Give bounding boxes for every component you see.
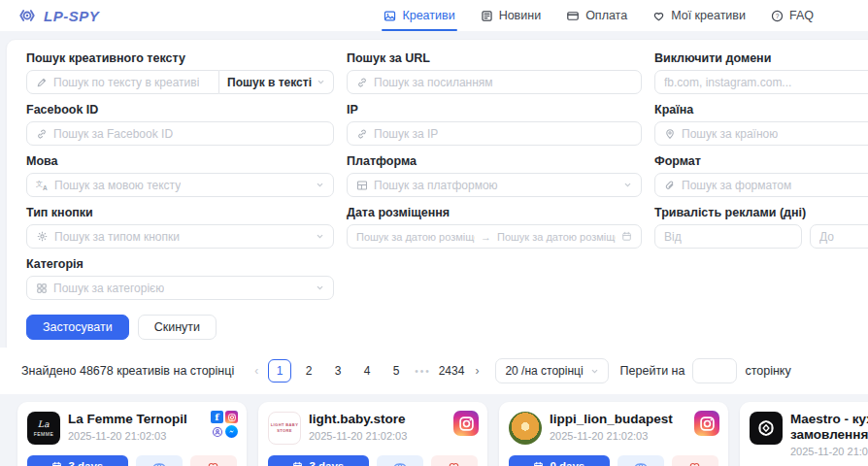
facebook-id-input[interactable]: Пошук за Facebook ID bbox=[26, 121, 334, 146]
days-label: 3 days bbox=[68, 460, 103, 466]
instagram-icon bbox=[694, 411, 719, 436]
language-select[interactable]: 文 A Пошук за мовою тексту bbox=[26, 173, 334, 197]
news-icon bbox=[481, 10, 493, 22]
page-button-4[interactable]: 4 bbox=[355, 359, 379, 383]
view-button[interactable] bbox=[136, 455, 183, 466]
filter-panel: Пошук креативного тексту Пошук по тексту… bbox=[6, 39, 868, 356]
favorite-button[interactable] bbox=[431, 455, 478, 466]
next-page-button[interactable]: › bbox=[468, 364, 485, 378]
input-placeholder: fb.com, instagram.com... bbox=[664, 76, 791, 89]
eye-logo-icon bbox=[17, 7, 37, 24]
pagination-ellipsis[interactable]: ••• bbox=[415, 366, 431, 377]
field-label: Формат bbox=[654, 154, 868, 168]
filter-facebook-id: Facebook ID Пошук за Facebook ID bbox=[26, 103, 334, 146]
question-icon: ? bbox=[771, 10, 784, 22]
network-icons bbox=[694, 411, 719, 436]
card-title[interactable]: light.baby.store bbox=[309, 412, 407, 427]
prev-page-button[interactable]: ‹ bbox=[248, 364, 265, 378]
page-button-2[interactable]: 2 bbox=[297, 359, 320, 383]
category-grid-icon bbox=[36, 283, 48, 294]
addon-label: Пошук в тексті bbox=[227, 76, 312, 89]
button-type-select[interactable]: Пошук за типом кнопки bbox=[26, 224, 334, 249]
nav-tab-news[interactable]: Новини bbox=[481, 0, 542, 31]
calendar-icon bbox=[621, 231, 632, 242]
input-placeholder: Пошук за категорією bbox=[53, 282, 164, 295]
page-button-1[interactable]: 1 bbox=[268, 359, 291, 383]
field-label: Facebook ID bbox=[26, 103, 334, 116]
avatar: LIGHT BABYSTORE bbox=[268, 412, 301, 445]
card-title[interactable]: lippi_lion_budapest bbox=[550, 412, 673, 427]
card-title[interactable]: Maestro - кухні, меблі на замовлення в У… bbox=[790, 412, 868, 443]
avatar: LaFEMME bbox=[27, 412, 60, 445]
input-placeholder: Пошук за типом кнопки bbox=[54, 230, 180, 244]
paperclip-icon bbox=[664, 180, 676, 191]
apply-button[interactable]: Застосувати bbox=[26, 315, 129, 340]
field-label: Пошук за URL bbox=[347, 51, 642, 65]
view-button[interactable] bbox=[618, 455, 664, 466]
favorite-button[interactable] bbox=[190, 455, 237, 466]
page-button-3[interactable]: 3 bbox=[326, 359, 350, 383]
creative-card[interactable]: Maestro - кухні, меблі на замовлення в У… bbox=[740, 402, 868, 466]
ip-input[interactable]: Пошук за IP bbox=[347, 121, 642, 146]
input-placeholder: Від bbox=[664, 230, 682, 244]
network-icons: f bbox=[211, 411, 238, 438]
url-input[interactable]: Пошук за посиланням bbox=[347, 70, 642, 94]
audience-network-icon bbox=[211, 425, 223, 438]
avatar bbox=[750, 412, 783, 445]
nav-label: Мої креативи bbox=[671, 9, 746, 22]
nav-label: Креативи bbox=[402, 9, 454, 22]
instagram-icon bbox=[225, 411, 238, 423]
format-input[interactable]: Пошук за форматом bbox=[654, 173, 868, 197]
field-label: Країна bbox=[654, 103, 868, 116]
page-button-last[interactable]: 2434 bbox=[438, 359, 466, 383]
platform-select[interactable]: Пошук за платформою bbox=[347, 173, 642, 197]
brand-logo[interactable]: LP-SPY bbox=[17, 7, 99, 24]
page-size-select[interactable]: 20 /на сторінці bbox=[495, 358, 608, 383]
days-label: 0 days bbox=[550, 460, 584, 466]
filter-country: Країна Пошук за країною bbox=[654, 103, 868, 146]
field-label: Виключити домени bbox=[654, 51, 868, 65]
creative-text-input[interactable]: Пошук по тексту в креативі bbox=[26, 70, 219, 94]
card-icon bbox=[566, 10, 580, 22]
creative-card[interactable]: lippi_lion_budapest 2025-11-20 21:02:03 … bbox=[499, 402, 728, 466]
nav-tab-payment[interactable]: Оплата bbox=[566, 0, 627, 31]
field-label: Категорія bbox=[26, 257, 334, 271]
card-date: 2025-11-20 21:02:03 bbox=[790, 446, 868, 457]
view-button[interactable] bbox=[377, 455, 423, 466]
chevron-down-icon bbox=[316, 181, 324, 189]
days-active-button[interactable]: 3 days bbox=[268, 455, 369, 466]
creative-card[interactable]: LaFEMME La Femme Ternopil 2025-11-20 21:… bbox=[17, 402, 247, 466]
goto-page-input[interactable] bbox=[692, 358, 737, 383]
main-nav: Креативи Новини Оплата bbox=[384, 0, 868, 31]
filter-creative-text: Пошук креативного тексту Пошук по тексту… bbox=[26, 51, 334, 94]
input-placeholder: Пошук за мовою тексту bbox=[54, 179, 181, 192]
filter-format: Формат Пошук за форматом bbox=[654, 154, 868, 197]
duration-to-input[interactable]: До bbox=[810, 224, 868, 249]
filter-duration: Тривалість реклами (дні) Від До bbox=[654, 206, 868, 249]
category-select[interactable]: Пошук за категорією bbox=[26, 276, 334, 300]
nav-tab-my-creatives[interactable]: Мої креативи bbox=[652, 0, 746, 31]
duration-from-input[interactable]: Від bbox=[654, 224, 802, 249]
nav-label: Новини bbox=[499, 9, 542, 22]
page-button-5[interactable]: 5 bbox=[384, 359, 408, 383]
reset-button[interactable]: Скинути bbox=[138, 315, 217, 340]
favorite-button[interactable] bbox=[672, 455, 718, 466]
nav-label: FAQ bbox=[789, 9, 814, 22]
days-active-button[interactable]: 3 days bbox=[27, 455, 128, 466]
nav-tab-faq[interactable]: ? FAQ bbox=[771, 0, 814, 31]
days-active-button[interactable]: 0 days bbox=[509, 455, 610, 466]
input-placeholder: Пошук за країною bbox=[682, 127, 778, 141]
text-search-mode-select[interactable]: Пошук в тексті bbox=[219, 70, 334, 94]
exclude-domains-input[interactable]: fb.com, instagram.com... bbox=[654, 70, 868, 94]
country-input[interactable]: Пошук за країною bbox=[654, 121, 868, 146]
field-label: IP bbox=[347, 103, 642, 116]
network-icons bbox=[453, 411, 479, 436]
nav-tab-creatives[interactable]: Креативи bbox=[384, 0, 454, 31]
facebook-icon: f bbox=[211, 411, 223, 423]
card-title[interactable]: La Femme Ternopil bbox=[68, 412, 187, 427]
link-icon bbox=[356, 77, 368, 88]
date-range-picker[interactable]: Пошук за датою розміщення → Пошук за дат… bbox=[347, 224, 642, 249]
input-placeholder: Пошук за IP bbox=[374, 127, 438, 141]
platform-grid-icon bbox=[356, 180, 368, 191]
creative-card[interactable]: LIGHT BABYSTORE light.baby.store 2025-11… bbox=[258, 402, 487, 466]
